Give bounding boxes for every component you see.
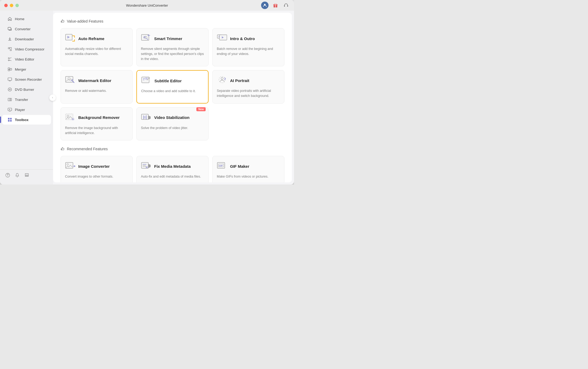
sidebar-item-label: Video Editor (15, 57, 34, 61)
feature-title: Background Remover (78, 115, 120, 120)
toolbox-icon (7, 117, 12, 122)
feature-title: AI Portrait (230, 78, 249, 83)
recommended-header: Recommended Features (60, 147, 284, 151)
svg-point-9 (8, 58, 9, 59)
sidebar-item-label: Downloader (15, 37, 34, 41)
auto-reframe-icon (65, 33, 76, 44)
svg-rect-22 (10, 118, 12, 119)
feature-card-subtitle-editor[interactable]: T Subtitle Editor Choose a video and add… (136, 70, 209, 104)
feature-desc: Remove the image background with artific… (65, 126, 128, 136)
feature-title: Fix Media Metadata (154, 164, 191, 169)
svg-marker-20 (9, 109, 10, 110)
svg-point-69 (146, 166, 148, 168)
subtitle-editor-icon: T (141, 75, 152, 86)
feature-card-watermark-editor[interactable]: Watermark Editor Remove or add watermark… (60, 70, 133, 104)
svg-rect-60 (66, 162, 73, 168)
user-icon[interactable] (261, 2, 269, 9)
feature-card-image-converter[interactable]: Image Converter Convert images to other … (60, 156, 133, 182)
sidebar-item-downloader[interactable]: Downloader (2, 34, 51, 44)
content-panel: Value-added Features (53, 13, 292, 182)
sidebar-item-video-editor[interactable]: Video Editor (2, 54, 51, 64)
minimize-button[interactable] (10, 4, 13, 7)
recommended-label: Recommended Features (67, 147, 108, 151)
svg-point-10 (8, 60, 9, 61)
svg-rect-12 (8, 70, 10, 71)
help-icon[interactable] (5, 173, 11, 178)
feature-card-fix-media-metadata[interactable]: Fix Media Metadata Auto-fix and edit met… (136, 156, 209, 182)
feature-card-auto-reframe[interactable]: Auto Reframe Automatically resize video … (60, 28, 133, 66)
bell-icon[interactable] (15, 173, 20, 178)
feature-card-header: AI Portrait (217, 75, 280, 86)
sidebar-item-video-compressor[interactable]: Video Compressor (2, 44, 51, 54)
svg-point-26 (7, 176, 8, 176)
feature-card-video-stabilization[interactable]: New Video Stabilization (136, 107, 209, 141)
sidebar-item-screen-recorder[interactable]: Screen Recorder (2, 75, 51, 84)
feature-card-header: Image Converter (65, 161, 128, 171)
svg-point-28 (26, 175, 26, 175)
feature-desc: Remove silent segments through simple se… (141, 46, 204, 61)
svg-rect-11 (8, 68, 10, 69)
feature-card-smart-trimmer[interactable]: AI Smart Trimmer Remove silent segments … (136, 28, 209, 66)
gif-maker-icon: GIF (217, 161, 227, 171)
feature-card-background-remover[interactable]: Background Remover Remove the image back… (60, 107, 133, 141)
sidebar-item-merger[interactable]: Merger (2, 65, 51, 74)
sidebar-item-dvd-burner[interactable]: DVD Burner (2, 85, 51, 94)
feature-title: Smart Trimmer (154, 36, 182, 41)
transfer-icon (7, 97, 12, 102)
dvd-icon (7, 87, 12, 92)
svg-rect-5 (287, 5, 288, 7)
player-icon (7, 107, 12, 112)
sidebar-item-transfer[interactable]: Transfer (2, 95, 51, 104)
sidebar-item-player[interactable]: Player (2, 105, 51, 114)
collapse-button[interactable]: ‹ (49, 95, 56, 101)
recommended-icon (60, 147, 65, 151)
svg-point-16 (9, 89, 10, 90)
value-added-grid: Auto Reframe Automatically resize video … (60, 28, 284, 140)
feature-desc: Choose a video and add subtitle to it. (141, 89, 204, 94)
app-window: Wondershare UniConverter (0, 0, 294, 184)
svg-rect-4 (284, 5, 285, 7)
feature-title: Subtitle Editor (154, 79, 182, 83)
svg-rect-21 (8, 118, 10, 119)
svg-rect-8 (10, 49, 11, 51)
feature-card-header: Intro & Outro (217, 33, 280, 44)
sidebar-item-label: Screen Recorder (15, 78, 42, 81)
maximize-button[interactable] (15, 4, 19, 7)
feature-title: Auto Reframe (78, 36, 104, 41)
sidebar-item-label: Toolbox (15, 118, 29, 122)
svg-marker-65 (148, 164, 150, 168)
svg-rect-14 (8, 78, 12, 80)
feature-card-intro-outro[interactable]: Intro & Outro Batch remove or add the be… (212, 28, 284, 66)
svg-rect-30 (61, 21, 62, 22)
feature-card-header: AI Smart Trimmer (141, 33, 204, 44)
svg-point-49 (221, 78, 223, 80)
sidebar-item-label: Video Compressor (15, 47, 45, 51)
svg-rect-7 (8, 48, 10, 49)
feature-card-gif-maker[interactable]: GIF GIF Maker Make GIFs from videos or p… (212, 156, 284, 182)
sidebar-item-label: Transfer (15, 98, 28, 102)
feature-card-header: Watermark Editor (65, 75, 128, 86)
video-stabilization-icon (141, 112, 152, 123)
sidebar-item-toolbox[interactable]: Toolbox (2, 115, 51, 125)
feedback-icon[interactable] (24, 173, 30, 178)
feature-desc: Automatically resize video for different… (65, 46, 128, 57)
value-added-label: Value-added Features (67, 19, 103, 23)
sidebar-item-converter[interactable]: Converter (2, 24, 51, 34)
sidebar-item-label: Player (15, 108, 25, 112)
feature-card-header: T Subtitle Editor (141, 75, 204, 86)
fix-media-metadata-icon (141, 161, 152, 171)
gift-icon[interactable] (272, 2, 279, 9)
watermark-editor-icon (65, 75, 76, 86)
feature-title: Video Stabilization (154, 115, 189, 120)
ai-portrait-icon (217, 75, 227, 86)
svg-rect-24 (10, 120, 12, 122)
value-added-header: Value-added Features (60, 19, 284, 23)
titlebar: Wondershare UniConverter (0, 0, 294, 11)
sidebar-item-home[interactable]: Home (2, 14, 51, 24)
feature-card-ai-portrait[interactable]: AI Portrait Separate video portraits wit… (212, 70, 284, 104)
headset-icon[interactable] (282, 2, 290, 9)
close-button[interactable] (4, 4, 8, 7)
scissors-icon (7, 57, 12, 62)
feature-desc: Auto-fix and edit metadata of media file… (141, 174, 204, 179)
main-content: Home Converter (0, 11, 294, 184)
